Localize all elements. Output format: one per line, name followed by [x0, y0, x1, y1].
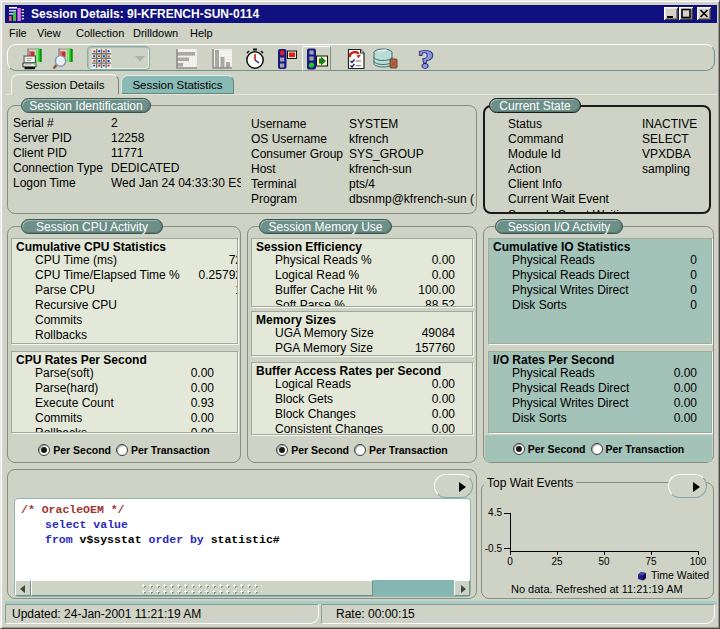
radio-per-second[interactable]	[513, 443, 525, 455]
find-chart-button[interactable]	[51, 47, 75, 70]
vbar-chart-button-disabled[interactable]	[210, 47, 234, 70]
section-header: CPU Rates Per Second	[12, 352, 237, 366]
x-tick-mark	[651, 551, 652, 555]
sql-horizontal-scrollbar[interactable]	[15, 580, 470, 596]
x-tick-label: 75	[636, 556, 666, 567]
stat-label: Rollbacks	[35, 328, 87, 343]
stat-value: 0	[690, 268, 697, 283]
row-label: Current Wait Event	[508, 192, 609, 207]
radio-per-transaction[interactable]	[354, 444, 366, 456]
help-button[interactable]: ?	[412, 45, 438, 71]
radio-label: Per Transaction	[606, 443, 685, 455]
y-tick-bottom	[504, 548, 510, 549]
print-chart-button[interactable]	[20, 47, 44, 70]
stat-value: 49084	[422, 326, 455, 341]
tab-session-statistics[interactable]: Session Statistics	[121, 75, 234, 94]
stat-value: 0.00	[191, 426, 214, 433]
x-tick-mark	[510, 551, 511, 555]
minimize-button[interactable]	[664, 7, 678, 20]
radio-per-transaction[interactable]	[116, 444, 128, 456]
left-arrow-icon	[20, 585, 25, 593]
row-label: Status	[508, 117, 542, 132]
row-label: Seconds Spent Waiting	[508, 208, 632, 214]
stat-row: CPU Time/Elapsed Time %0.25792	[12, 268, 237, 283]
report-icon	[345, 48, 367, 70]
menu-view[interactable]: View	[37, 23, 61, 43]
stat-value: 0.00	[432, 253, 455, 268]
radio-per-second[interactable]	[38, 444, 50, 456]
row-value: Wed Jan 24 04:33:30 EST	[111, 176, 241, 191]
kv-row: Serial #2	[13, 116, 245, 131]
io-rates-box: I/O Rates Per SecondPhysical Reads0.00Ph…	[488, 351, 712, 433]
grid-view-button[interactable]	[87, 46, 150, 70]
stopwatch-button[interactable]	[243, 47, 267, 70]
sql-expand-button[interactable]	[434, 474, 473, 498]
stat-row: Physical Reads %0.00	[252, 253, 472, 268]
section-header: Cumulative CPU Statistics	[12, 239, 237, 253]
stat-label: Consistent Changes	[275, 422, 383, 435]
stat-row: Soft Parse %88.52	[252, 298, 472, 307]
menu-collection[interactable]: Collection	[76, 23, 124, 43]
report-button[interactable]	[344, 47, 368, 70]
x-tick-label: 0	[495, 556, 525, 567]
stat-label: Commits	[35, 313, 82, 328]
sql-line: /* OracleOEM */	[15, 502, 470, 517]
menu-help[interactable]: Help	[190, 23, 213, 43]
print-chart-icon	[21, 48, 43, 70]
stat-label: Disk Sorts	[512, 298, 567, 313]
hbar-chart-button-disabled[interactable]	[175, 47, 199, 70]
kv-row: Client Info	[508, 177, 708, 192]
session-identification-pill: Session Identification	[21, 98, 151, 113]
io-radio-group: Per SecondPer Transaction	[485, 435, 712, 462]
stat-label: Physical Writes Direct	[512, 283, 628, 298]
radio-label: Per Transaction	[131, 444, 210, 456]
menu-file[interactable]: File	[9, 23, 27, 43]
stat-label: PGA Memory Size	[275, 341, 373, 356]
scroll-right-button[interactable]	[454, 580, 470, 596]
kv-row: Current Wait Event	[508, 192, 708, 207]
stat-label: Recursive CPU	[35, 298, 117, 313]
tab-session-details[interactable]: Session Details	[11, 74, 119, 95]
scrollbar-thumb[interactable]	[31, 580, 373, 596]
wait-events-chart: 4.5 -0.5 0255075100 Time Waited No data.…	[481, 482, 714, 599]
section-header: Session Efficiency	[252, 239, 472, 253]
stat-label: Block Changes	[275, 407, 356, 422]
radio-per-transaction[interactable]	[591, 443, 603, 455]
stat-value: 88.52	[425, 298, 455, 307]
row-value: sampling	[642, 162, 711, 177]
close-button[interactable]	[697, 7, 711, 20]
stat-label: Physical Writes Direct	[512, 396, 628, 411]
database-button[interactable]	[371, 47, 399, 70]
stat-row: Physical Reads Direct0	[489, 268, 711, 283]
stat-value: 0.00	[674, 381, 697, 396]
stat-row: Commits	[12, 313, 237, 328]
stat-value: 0.00	[432, 268, 455, 283]
stat-row: UGA Memory Size49084	[252, 326, 472, 341]
scroll-left-button[interactable]	[15, 580, 31, 596]
stat-label: Parse CPU	[35, 283, 95, 298]
stop-collection-button[interactable]	[274, 47, 298, 70]
radio-per-second[interactable]	[276, 444, 288, 456]
stat-value: 0.00	[432, 392, 455, 407]
title-bar[interactable]: Session Details: 9I-KFRENCH-SUN-0114	[5, 5, 717, 23]
stat-value: 0	[690, 283, 697, 298]
right-arrow-icon	[693, 482, 700, 492]
database-icon	[372, 48, 399, 70]
stat-row: Parse(soft)0.00	[12, 366, 237, 381]
maximize-button[interactable]	[679, 7, 693, 20]
row-value: kfrench	[349, 132, 477, 147]
row-label: Command	[508, 132, 563, 147]
start-collection-button[interactable]	[302, 46, 331, 71]
stat-label: Logical Read %	[275, 268, 359, 283]
menu-drilldown[interactable]: Drilldown	[133, 23, 178, 43]
grid-view-icon	[92, 49, 111, 68]
radio-label: Per Second	[528, 443, 586, 455]
top-wait-events-expand-button[interactable]	[668, 474, 707, 498]
cumulative-io-statistics-box: Cumulative IO StatisticsPhysical Reads0P…	[488, 238, 712, 344]
stat-value: 0.00	[674, 366, 697, 381]
maximize-icon	[679, 7, 693, 20]
status-updated: Updated: 24-Jan-2001 11:21:19 AM	[5, 604, 319, 624]
y-tick-label: -0.5	[472, 543, 502, 554]
stat-value: 0.93	[191, 396, 214, 411]
legend-cube-icon	[637, 571, 647, 581]
